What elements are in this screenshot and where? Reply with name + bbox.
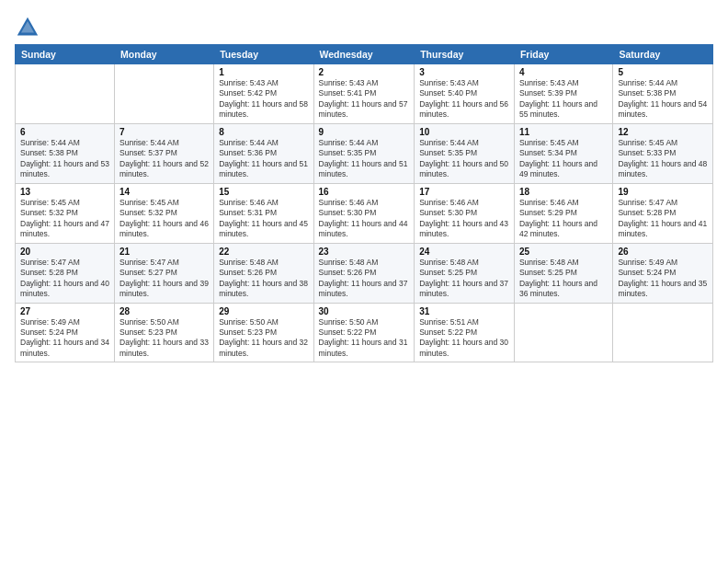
- calendar-cell: 28Sunrise: 5:50 AM Sunset: 5:23 PM Dayli…: [115, 303, 214, 362]
- calendar-cell: 12Sunrise: 5:45 AM Sunset: 5:33 PM Dayli…: [613, 123, 713, 183]
- calendar-cell: 29Sunrise: 5:50 AM Sunset: 5:23 PM Dayli…: [214, 303, 313, 362]
- header: [15, 11, 713, 40]
- calendar-cell: 7Sunrise: 5:44 AM Sunset: 5:37 PM Daylig…: [115, 123, 214, 183]
- day-detail: Sunrise: 5:48 AM Sunset: 5:26 PM Dayligh…: [219, 258, 308, 300]
- calendar-cell: 6Sunrise: 5:44 AM Sunset: 5:38 PM Daylig…: [16, 123, 115, 183]
- calendar-cell: 30Sunrise: 5:50 AM Sunset: 5:22 PM Dayli…: [313, 303, 415, 362]
- day-detail: Sunrise: 5:45 AM Sunset: 5:32 PM Dayligh…: [119, 198, 209, 240]
- day-detail: Sunrise: 5:43 AM Sunset: 5:39 PM Dayligh…: [519, 78, 609, 121]
- day-number: 2: [319, 67, 410, 77]
- day-detail: Sunrise: 5:50 AM Sunset: 5:23 PM Dayligh…: [219, 317, 308, 360]
- day-detail: Sunrise: 5:51 AM Sunset: 5:22 PM Dayligh…: [419, 317, 509, 360]
- calendar-cell: 5Sunrise: 5:44 AM Sunset: 5:38 PM Daylig…: [613, 64, 713, 124]
- calendar-cell: 21Sunrise: 5:47 AM Sunset: 5:27 PM Dayli…: [115, 243, 214, 303]
- day-detail: Sunrise: 5:49 AM Sunset: 5:24 PM Dayligh…: [20, 317, 109, 360]
- day-number: 7: [119, 127, 209, 137]
- day-detail: Sunrise: 5:43 AM Sunset: 5:41 PM Dayligh…: [319, 78, 410, 121]
- day-number: 24: [419, 247, 509, 257]
- day-detail: Sunrise: 5:44 AM Sunset: 5:36 PM Dayligh…: [219, 138, 308, 180]
- calendar-cell: [16, 64, 115, 124]
- calendar-week-3: 20Sunrise: 5:47 AM Sunset: 5:28 PM Dayli…: [16, 243, 713, 303]
- day-detail: Sunrise: 5:44 AM Sunset: 5:38 PM Dayligh…: [20, 138, 109, 180]
- calendar-cell: [514, 303, 613, 362]
- day-detail: Sunrise: 5:46 AM Sunset: 5:31 PM Dayligh…: [219, 198, 308, 240]
- day-number: 18: [519, 187, 609, 197]
- calendar-cell: 27Sunrise: 5:49 AM Sunset: 5:24 PM Dayli…: [16, 303, 115, 362]
- day-detail: Sunrise: 5:48 AM Sunset: 5:26 PM Dayligh…: [319, 258, 410, 300]
- day-number: 27: [20, 306, 109, 316]
- day-number: 6: [20, 127, 109, 137]
- day-number: 1: [219, 67, 308, 77]
- day-number: 5: [618, 67, 708, 77]
- day-number: 12: [618, 127, 708, 137]
- calendar-cell: 19Sunrise: 5:47 AM Sunset: 5:28 PM Dayli…: [613, 183, 713, 243]
- day-number: 30: [319, 306, 410, 316]
- logo-icon: [15, 15, 40, 40]
- day-number: 22: [219, 247, 308, 257]
- day-number: 19: [618, 187, 708, 197]
- calendar-cell: 4Sunrise: 5:43 AM Sunset: 5:39 PM Daylig…: [514, 64, 613, 124]
- page: SundayMondayTuesdayWednesdayThursdayFrid…: [0, 0, 728, 563]
- calendar-header-wednesday: Wednesday: [313, 45, 415, 64]
- calendar-cell: 23Sunrise: 5:48 AM Sunset: 5:26 PM Dayli…: [313, 243, 415, 303]
- day-detail: Sunrise: 5:45 AM Sunset: 5:34 PM Dayligh…: [519, 138, 609, 180]
- calendar-header-saturday: Saturday: [613, 45, 713, 64]
- day-detail: Sunrise: 5:49 AM Sunset: 5:24 PM Dayligh…: [618, 258, 708, 300]
- day-number: 3: [419, 67, 509, 77]
- day-number: 10: [419, 127, 509, 137]
- calendar-cell: 2Sunrise: 5:43 AM Sunset: 5:41 PM Daylig…: [313, 64, 415, 124]
- day-detail: Sunrise: 5:47 AM Sunset: 5:27 PM Dayligh…: [119, 258, 209, 300]
- day-number: 14: [119, 187, 209, 197]
- calendar-week-1: 6Sunrise: 5:44 AM Sunset: 5:38 PM Daylig…: [16, 123, 713, 183]
- day-detail: Sunrise: 5:43 AM Sunset: 5:40 PM Dayligh…: [419, 78, 509, 121]
- calendar-cell: 10Sunrise: 5:44 AM Sunset: 5:35 PM Dayli…: [415, 123, 515, 183]
- day-number: 25: [519, 247, 609, 257]
- calendar-cell: [613, 303, 713, 362]
- calendar-cell: 1Sunrise: 5:43 AM Sunset: 5:42 PM Daylig…: [214, 64, 313, 124]
- day-number: 13: [20, 187, 109, 197]
- calendar-cell: 22Sunrise: 5:48 AM Sunset: 5:26 PM Dayli…: [214, 243, 313, 303]
- calendar-cell: 16Sunrise: 5:46 AM Sunset: 5:30 PM Dayli…: [313, 183, 415, 243]
- day-number: 15: [219, 187, 308, 197]
- calendar-cell: [115, 64, 214, 124]
- calendar-cell: 8Sunrise: 5:44 AM Sunset: 5:36 PM Daylig…: [214, 123, 313, 183]
- calendar-cell: 17Sunrise: 5:46 AM Sunset: 5:30 PM Dayli…: [415, 183, 515, 243]
- day-number: 20: [20, 247, 109, 257]
- day-detail: Sunrise: 5:45 AM Sunset: 5:33 PM Dayligh…: [618, 138, 708, 180]
- day-detail: Sunrise: 5:46 AM Sunset: 5:30 PM Dayligh…: [319, 198, 410, 240]
- calendar-cell: 3Sunrise: 5:43 AM Sunset: 5:40 PM Daylig…: [415, 64, 515, 124]
- day-detail: Sunrise: 5:48 AM Sunset: 5:25 PM Dayligh…: [519, 258, 609, 300]
- day-number: 28: [119, 306, 209, 316]
- day-number: 29: [219, 306, 308, 316]
- calendar-cell: 31Sunrise: 5:51 AM Sunset: 5:22 PM Dayli…: [415, 303, 515, 362]
- day-detail: Sunrise: 5:45 AM Sunset: 5:32 PM Dayligh…: [20, 198, 109, 240]
- calendar-header-tuesday: Tuesday: [214, 45, 313, 64]
- day-detail: Sunrise: 5:46 AM Sunset: 5:30 PM Dayligh…: [419, 198, 509, 240]
- calendar-header-monday: Monday: [115, 45, 214, 64]
- calendar-header-row: SundayMondayTuesdayWednesdayThursdayFrid…: [16, 45, 713, 64]
- logo: [15, 15, 44, 40]
- day-number: 21: [119, 247, 209, 257]
- day-detail: Sunrise: 5:44 AM Sunset: 5:38 PM Dayligh…: [618, 78, 708, 121]
- day-detail: Sunrise: 5:46 AM Sunset: 5:29 PM Dayligh…: [519, 198, 609, 240]
- day-detail: Sunrise: 5:48 AM Sunset: 5:25 PM Dayligh…: [419, 258, 509, 300]
- day-detail: Sunrise: 5:43 AM Sunset: 5:42 PM Dayligh…: [219, 78, 308, 121]
- day-number: 8: [219, 127, 308, 137]
- calendar-week-0: 1Sunrise: 5:43 AM Sunset: 5:42 PM Daylig…: [16, 64, 713, 124]
- calendar-header-thursday: Thursday: [415, 45, 515, 64]
- day-number: 11: [519, 127, 609, 137]
- calendar-cell: 18Sunrise: 5:46 AM Sunset: 5:29 PM Dayli…: [514, 183, 613, 243]
- day-number: 17: [419, 187, 509, 197]
- day-number: 16: [319, 187, 410, 197]
- calendar-cell: 14Sunrise: 5:45 AM Sunset: 5:32 PM Dayli…: [115, 183, 214, 243]
- day-number: 4: [519, 67, 609, 77]
- calendar-cell: 26Sunrise: 5:49 AM Sunset: 5:24 PM Dayli…: [613, 243, 713, 303]
- day-number: 23: [319, 247, 410, 257]
- calendar-cell: 9Sunrise: 5:44 AM Sunset: 5:35 PM Daylig…: [313, 123, 415, 183]
- calendar-cell: 15Sunrise: 5:46 AM Sunset: 5:31 PM Dayli…: [214, 183, 313, 243]
- calendar-cell: 13Sunrise: 5:45 AM Sunset: 5:32 PM Dayli…: [16, 183, 115, 243]
- day-detail: Sunrise: 5:50 AM Sunset: 5:23 PM Dayligh…: [119, 317, 209, 360]
- day-number: 31: [419, 306, 509, 316]
- calendar-table: SundayMondayTuesdayWednesdayThursdayFrid…: [15, 44, 713, 362]
- day-detail: Sunrise: 5:44 AM Sunset: 5:35 PM Dayligh…: [319, 138, 410, 180]
